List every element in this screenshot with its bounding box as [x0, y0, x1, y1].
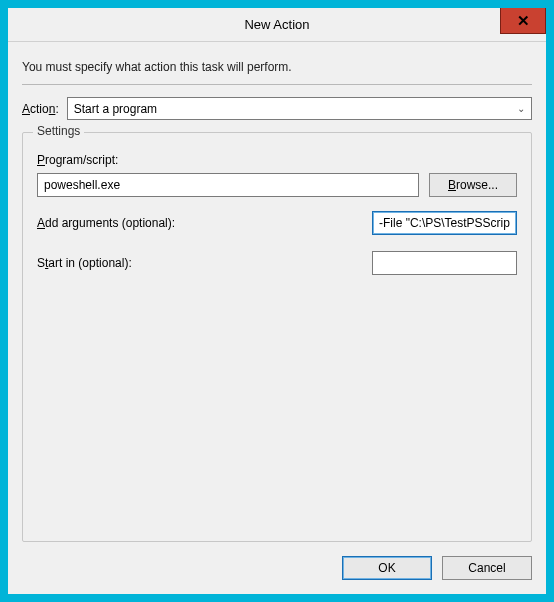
divider	[22, 84, 532, 85]
dialog-button-row: OK Cancel	[22, 556, 532, 580]
cancel-button[interactable]: Cancel	[442, 556, 532, 580]
titlebar: New Action ✕	[8, 8, 546, 42]
action-label: Action:	[22, 102, 59, 116]
settings-group: Settings Program/script: Browse... Add a…	[22, 132, 532, 542]
startin-row: Start in (optional):	[37, 251, 517, 275]
action-row: Action: Start a program ⌄	[22, 97, 532, 120]
browse-button[interactable]: Browse...	[429, 173, 517, 197]
close-icon: ✕	[517, 12, 530, 30]
startin-label: Start in (optional):	[37, 256, 132, 270]
close-button[interactable]: ✕	[500, 8, 546, 34]
arguments-row: Add arguments (optional):	[37, 211, 517, 235]
action-dropdown[interactable]: Start a program ⌄	[67, 97, 532, 120]
program-row: Browse...	[37, 173, 517, 197]
ok-button[interactable]: OK	[342, 556, 432, 580]
action-selected-value: Start a program	[74, 102, 157, 116]
arguments-input[interactable]	[372, 211, 517, 235]
startin-input[interactable]	[372, 251, 517, 275]
arguments-label: Add arguments (optional):	[37, 216, 175, 230]
program-input[interactable]	[37, 173, 419, 197]
window-frame: New Action ✕ You must specify what actio…	[0, 0, 554, 602]
program-label: Program/script:	[37, 153, 517, 167]
settings-group-title: Settings	[33, 124, 84, 138]
window-title: New Action	[244, 17, 309, 32]
chevron-down-icon: ⌄	[517, 103, 525, 114]
intro-text: You must specify what action this task w…	[22, 60, 532, 74]
client-area: You must specify what action this task w…	[8, 42, 546, 594]
